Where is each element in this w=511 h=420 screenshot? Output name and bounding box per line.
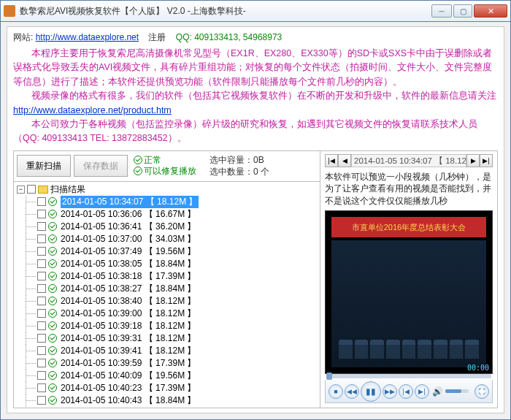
tree-item[interactable]: 2014-01-05 10:37:00 【 34.03M 】: [15, 233, 320, 245]
ok-icon: [48, 222, 57, 231]
tree-item[interactable]: 2014-01-05 10:38:40 【 18.12M 】: [15, 295, 320, 308]
rescan-button[interactable]: 重新扫描: [17, 155, 71, 177]
checkbox[interactable]: [37, 247, 46, 256]
desc-p2: 视频录像的格式有很多，我们的软件（包括其它视频恢复软件）在不断的开发和升级中，软…: [13, 89, 498, 118]
play-pause-button[interactable]: ▮▮: [361, 381, 381, 402]
desc-p1: 本程序主要用于恢复索尼高清摄像机常见型号（EX1R、EX280、EX330等）的…: [13, 47, 498, 89]
player-controls: ■ ◀◀ ▮▮ ▶▶ |◀ ▶| 🔊 ⛶: [325, 380, 493, 403]
tree-item[interactable]: 2014-01-05 10:39:41 【 18.12M 】: [15, 345, 320, 357]
checkbox[interactable]: [37, 259, 46, 268]
ok-icon: [48, 371, 57, 380]
window-body: 网站: http://www.dataexplore.net 注册 QQ: 40…: [0, 22, 511, 420]
checkbox[interactable]: [37, 359, 46, 367]
tree-item[interactable]: 2014-01-05 10:39:31 【 18.12M 】: [15, 332, 320, 345]
checkbox[interactable]: [37, 197, 46, 206]
ok-icon: [48, 259, 57, 268]
tree-item[interactable]: 2014-01-05 10:40:23 【 17.39M 】: [15, 382, 320, 394]
tree-item[interactable]: 2014-01-05 10:37:49 【 19.56M 】: [15, 245, 320, 258]
step-back-button[interactable]: ◀◀: [345, 384, 359, 399]
checkbox[interactable]: [37, 321, 46, 330]
checkbox[interactable]: [37, 383, 46, 392]
volume-icon[interactable]: 🔊: [431, 385, 444, 398]
tree-item[interactable]: 2014-01-05 10:38:27 【 18.84M 】: [15, 283, 320, 295]
toolbar: 重新扫描 保存数据 正常 可以修复播放 选中容量：0B 选中数量：0 个: [14, 151, 320, 182]
tree-item[interactable]: 2014-01-05 10:39:18 【 18.12M 】: [15, 320, 320, 332]
tree-item[interactable]: 2014-01-05 10:38:18 【 17.39M 】: [15, 270, 320, 283]
video-people: [339, 334, 479, 359]
stop-button[interactable]: ■: [328, 384, 343, 399]
app-icon: [4, 5, 15, 17]
prev-button[interactable]: ◀: [338, 154, 351, 167]
tree-item[interactable]: 2014-01-05 10:36:06 【 16.67M 】: [15, 208, 320, 221]
step-fwd-button[interactable]: ▶▶: [383, 384, 397, 399]
next-button[interactable]: ▶: [466, 154, 480, 167]
checkbox[interactable]: [37, 272, 46, 280]
work-area: 重新扫描 保存数据 正常 可以修复播放 选中容量：0B 选中数量：0 个 −: [13, 150, 498, 408]
item-label: 2014-01-05 10:38:05 【 18.84M 】: [61, 258, 196, 270]
tree-root[interactable]: − 扫描结果: [15, 183, 320, 196]
tree-item[interactable]: 2014-01-05 10:39:59 【 17.39M 】: [15, 357, 320, 370]
file-selector: |◀ ◀ 2014-01-05 10:34:07 【 18.12M】 18.1M…: [325, 154, 493, 167]
ok-icon: [48, 334, 57, 343]
checkbox[interactable]: [27, 185, 36, 194]
tree-item[interactable]: 2014-01-05 10:38:05 【 18.84M 】: [15, 258, 320, 270]
ok-icon: [48, 297, 57, 305]
video-preview[interactable]: 市直单位2016年度总结表彰大会 00:00: [325, 210, 493, 374]
seek-bar[interactable]: [326, 374, 491, 378]
video-stage: [331, 240, 486, 367]
ok-icon: [134, 156, 142, 164]
site-link[interactable]: http://www.dataexplore.net: [36, 32, 139, 42]
video-time: 00:00: [467, 364, 489, 372]
ok-icon: [48, 197, 57, 206]
next-fast-button[interactable]: ▶|: [480, 154, 493, 167]
left-panel: 重新扫描 保存数据 正常 可以修复播放 选中容量：0B 选中数量：0 个 −: [14, 151, 320, 408]
item-label: 2014-01-05 10:39:18 【 18.12M 】: [61, 320, 196, 332]
volume-slider[interactable]: [445, 389, 469, 393]
checkbox[interactable]: [37, 297, 46, 305]
save-button[interactable]: 保存数据: [74, 155, 128, 177]
item-label: 2014-01-05 10:36:41 【 36.20M 】: [61, 221, 196, 233]
tree-view[interactable]: − 扫描结果 2014-01-05 10:34:07 【 18.12M 】201…: [14, 182, 320, 408]
tree-item[interactable]: 2014-01-05 10:40:43 【 18.84M 】: [15, 394, 320, 407]
tree-item[interactable]: 2014-01-05 10:34:07 【 18.12M 】: [15, 196, 320, 208]
checkbox[interactable]: [37, 210, 46, 218]
ok-icon: [48, 359, 57, 367]
skip-back-button[interactable]: |◀: [399, 384, 413, 399]
prev-fast-button[interactable]: |◀: [325, 154, 338, 167]
item-label: 2014-01-05 10:39:59 【 17.39M 】: [61, 357, 196, 370]
status-legend: 正常 可以修复播放: [134, 155, 196, 177]
ok-icon: [48, 321, 57, 330]
item-label: 2014-01-05 10:38:27 【 18.84M 】: [61, 283, 196, 295]
checkbox[interactable]: [37, 334, 46, 343]
item-label: 2014-01-05 10:38:40 【 18.12M 】: [61, 295, 196, 308]
right-panel: |◀ ◀ 2014-01-05 10:34:07 【 18.12M】 18.1M…: [320, 151, 497, 408]
checkbox[interactable]: [37, 396, 46, 405]
tree-item[interactable]: 2014-01-05 10:39:00 【 18.12M 】: [15, 308, 320, 320]
maximize-button[interactable]: ▢: [453, 4, 472, 18]
skip-fwd-button[interactable]: ▶|: [415, 384, 429, 399]
checkbox[interactable]: [37, 234, 46, 243]
checkbox[interactable]: [37, 309, 46, 318]
ok-icon: [48, 396, 57, 405]
current-file-label: 2014-01-05 10:34:07 【 18.12M】 18.1M: [351, 154, 466, 167]
register-link[interactable]: 注册: [148, 32, 166, 42]
titlebar: 数擎索尼AVI视频恢复软件【个人版】 V2.0 -上海数擎科技- ─ ▢ ✕: [0, 0, 511, 22]
minimize-button[interactable]: ─: [431, 4, 452, 18]
close-button[interactable]: ✕: [474, 4, 507, 18]
tree-item[interactable]: 2014-01-05 10:40:09 【 19.56M 】: [15, 370, 320, 382]
fullscreen-button[interactable]: ⛶: [474, 384, 489, 399]
checkbox[interactable]: [37, 222, 46, 231]
checkbox[interactable]: [37, 346, 46, 355]
product-link[interactable]: http://www.dataexplore.net/product.htm: [13, 105, 172, 115]
checkbox[interactable]: [37, 371, 46, 380]
site-label: 网站:: [13, 32, 33, 42]
ok-icon: [48, 234, 57, 243]
checkbox[interactable]: [37, 284, 46, 293]
selection-info: 选中容量：0B 选中数量：0 个: [210, 154, 269, 177]
ok-icon: [48, 284, 57, 293]
tree-item[interactable]: 2014-01-05 10:36:41 【 36.20M 】: [15, 221, 320, 233]
collapse-icon[interactable]: −: [17, 186, 25, 194]
desc-p3: 本公司致力于各种视频（包括监控录像）碎片级的研究和恢复，如遇到其它视频文件的恢复…: [13, 118, 498, 146]
item-label: 2014-01-05 10:34:07 【 18.12M 】: [61, 196, 199, 208]
item-label: 2014-01-05 10:37:49 【 19.56M 】: [61, 245, 196, 258]
